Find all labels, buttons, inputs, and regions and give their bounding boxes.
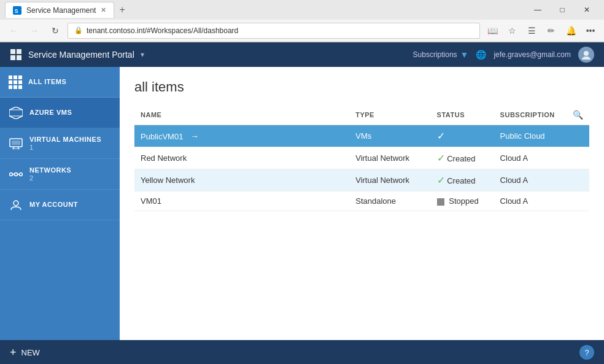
new-plus-icon: + <box>10 346 17 359</box>
app-header: Service Management Portal ▾ Subscription… <box>0 42 604 67</box>
row-name: Yellow Network <box>134 169 349 192</box>
table-row[interactable]: Yellow Network Virtual Network ✓ Created… <box>134 169 589 192</box>
my-account-icon <box>9 198 23 212</box>
svg-point-18 <box>20 172 23 176</box>
close-window-button[interactable]: ✕ <box>575 1 599 18</box>
row-subscription: Public Cloud <box>494 125 567 147</box>
check-icon: ✓ <box>437 175 445 185</box>
svg-rect-3 <box>17 49 21 54</box>
address-bar[interactable]: 🔒 tenant.contoso.int/#Workspaces/All/das… <box>68 23 480 39</box>
bottom-bar: + NEW ? <box>0 340 604 364</box>
svg-point-17 <box>15 172 18 176</box>
table-row[interactable]: Red Network Virtual Network ✓ Created Cl… <box>134 147 589 169</box>
col-header-type: TYPE <box>349 105 430 125</box>
networks-label: NETWORKS <box>29 166 71 174</box>
virtual-machines-icon <box>9 136 23 151</box>
svg-rect-5 <box>17 55 21 60</box>
sidebar: ALL ITEMS AZURE VMS <box>0 67 120 340</box>
svg-marker-8 <box>9 107 23 119</box>
app-title: Service Management Portal <box>28 50 134 60</box>
sidebar-item-networks[interactable]: NETWORKS 2 <box>0 159 120 190</box>
svg-rect-2 <box>10 49 15 54</box>
app-header-chevron[interactable]: ▾ <box>141 50 144 59</box>
my-account-label: MY ACCOUNT <box>29 201 78 209</box>
col-header-subscription: SUBSCRIPTION <box>494 105 567 125</box>
notifications-button[interactable]: 🔔 <box>562 22 579 39</box>
check-icon: ✓ <box>437 153 445 163</box>
table-row[interactable]: PublicVM01 → VMs ✓ Public Cloud <box>134 125 589 147</box>
refresh-button[interactable]: ↻ <box>47 22 64 39</box>
svg-rect-12 <box>12 141 20 145</box>
subscriptions-button[interactable]: Subscriptions ▼ <box>413 50 469 60</box>
col-header-name: NAME <box>134 105 349 125</box>
sidebar-item-virtual-machines[interactable]: VIRTUAL MACHINES 1 <box>0 128 120 159</box>
lock-icon: 🔒 <box>74 26 83 34</box>
svg-point-21 <box>14 201 18 206</box>
row-status: ✓ <box>431 125 494 147</box>
all-items-label: ALL ITEMS <box>28 78 66 86</box>
more-button[interactable]: ••• <box>582 22 599 39</box>
filter-icon: ▼ <box>460 50 469 60</box>
svg-point-16 <box>10 172 13 176</box>
back-button[interactable]: ← <box>5 22 22 39</box>
tab-title: Service Management <box>26 6 96 15</box>
items-table-container: NAME TYPE STATUS SUBSCRIPTION <box>120 105 604 340</box>
row-type: Virtual Network <box>349 169 430 192</box>
browser-tab[interactable]: S Service Management ✕ <box>5 2 114 18</box>
table-search-button[interactable]: 🔍 <box>573 110 583 120</box>
forward-button[interactable]: → <box>26 22 43 39</box>
hub-button[interactable]: ☰ <box>523 22 540 39</box>
row-type: VMs <box>349 125 430 147</box>
row-arrow-icon: → <box>190 131 199 141</box>
table-row[interactable]: VM01 Standalone Stopped Cloud A <box>134 192 589 211</box>
row-action <box>567 125 589 147</box>
app-logo-icon <box>10 48 22 61</box>
site-favicon: S <box>13 6 21 15</box>
svg-point-7 <box>582 56 590 60</box>
help-button[interactable]: ? <box>579 345 594 360</box>
minimize-button[interactable]: — <box>525 1 550 18</box>
url-text: tenant.contoso.int/#Workspaces/All/dashb… <box>87 26 473 35</box>
row-action <box>567 147 589 169</box>
check-icon: ✓ <box>437 131 445 141</box>
row-subscription: Cloud A <box>494 169 567 192</box>
networks-icon <box>9 167 23 182</box>
row-subscription: Cloud A <box>494 192 567 211</box>
new-tab-button[interactable]: + <box>119 4 125 15</box>
col-header-search: 🔍 <box>567 105 589 125</box>
notes-button[interactable]: ✏ <box>543 22 560 39</box>
new-label: NEW <box>21 348 40 357</box>
col-header-status: STATUS <box>431 105 494 125</box>
favorites-button[interactable]: ☆ <box>503 22 521 39</box>
svg-text:S: S <box>15 7 18 14</box>
row-type: Standalone <box>349 192 430 211</box>
all-items-grid-icon <box>9 76 22 89</box>
content-area: all items NAME TYPE STATUS <box>120 67 604 340</box>
sidebar-item-azure-vms[interactable]: AZURE VMS <box>0 98 120 128</box>
row-action <box>567 169 589 192</box>
maximize-button[interactable]: □ <box>550 1 575 18</box>
row-status: Stopped <box>431 192 494 211</box>
items-table: NAME TYPE STATUS SUBSCRIPTION <box>134 105 589 211</box>
svg-rect-4 <box>10 55 15 60</box>
row-name: VM01 <box>134 192 349 211</box>
row-name: Red Network <box>134 147 349 169</box>
sidebar-item-all-items[interactable]: ALL ITEMS <box>0 67 120 98</box>
user-avatar[interactable] <box>578 47 594 63</box>
azure-vms-label: AZURE VMS <box>29 109 72 117</box>
reading-view-button[interactable]: 📖 <box>484 22 501 39</box>
user-email: jefe.graves@gmail.com <box>494 50 571 59</box>
page-title: all items <box>120 67 604 105</box>
row-status: ✓ Created <box>431 169 494 192</box>
globe-icon[interactable]: 🌐 <box>476 50 486 60</box>
close-tab-button[interactable]: ✕ <box>101 6 106 14</box>
row-subscription: Cloud A <box>494 147 567 169</box>
sidebar-item-my-account[interactable]: MY ACCOUNT <box>0 190 120 220</box>
row-name: PublicVM01 → <box>134 125 349 147</box>
stop-icon <box>437 198 444 206</box>
virtual-machines-count: 1 <box>29 144 101 151</box>
azure-vms-icon <box>9 106 23 120</box>
row-action <box>567 192 589 211</box>
new-button[interactable]: + NEW <box>10 346 40 359</box>
row-type: Virtual Network <box>349 147 430 169</box>
